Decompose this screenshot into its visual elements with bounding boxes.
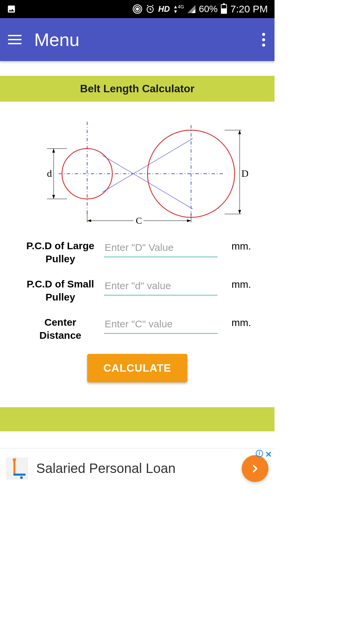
overflow-menu-icon[interactable] [261,30,266,49]
network-label: ▲4G▼ [173,4,184,14]
svg-line-8 [102,139,193,192]
chevron-right-icon [249,463,261,475]
alarm-icon [145,4,155,14]
ad-info-icon[interactable]: i [256,450,263,457]
section-title: Belt Length Calculator [0,76,275,102]
status-time: 7:20 PM [230,3,268,15]
signal-icon [187,5,195,13]
label-center-distance: Center Distance [23,316,97,342]
unit-large: mm. [224,239,251,252]
battery-percent: 60% [199,4,218,14]
diagram-label-d: d [47,168,52,179]
input-form: P.C.D of Large Pulley mm. P.C.D of Small… [0,232,275,407]
battery-icon [221,4,227,14]
bottom-banner [0,407,275,431]
status-right: HD ▲4G▼ 60% 7:20 PM [133,3,268,15]
svg-marker-19 [238,130,241,134]
label-small-pulley: P.C.D of Small Pulley [23,277,97,304]
diagram-label-C: C [136,215,142,226]
ad-controls: i ✕ [256,450,272,459]
input-large-pulley[interactable] [104,239,218,257]
ad-text: Salaried Personal Loan [36,461,242,476]
input-center-distance[interactable] [104,316,218,334]
app-title: Menu [34,29,261,50]
unit-small: mm. [224,277,251,290]
ad-banner[interactable]: i ✕ Salaried Personal Loan [0,448,275,488]
unit-center: mm. [224,316,251,328]
field-row-small: P.C.D of Small Pulley mm. [23,277,251,304]
diagram-label-D: D [241,168,248,179]
status-bar: HD ▲4G▼ 60% 7:20 PM [0,0,275,18]
ad-close-icon[interactable]: ✕ [265,450,272,459]
hamburger-icon[interactable] [8,35,21,44]
hotspot-icon [133,4,142,14]
svg-point-0 [136,8,139,10]
hd-indicator: HD [158,4,170,14]
field-row-large: P.C.D of Large Pulley mm. [23,239,251,265]
svg-marker-25 [187,219,191,222]
status-left [7,4,16,14]
input-small-pulley[interactable] [104,277,218,296]
app-bar: Menu [0,18,275,61]
svg-marker-15 [52,195,55,199]
svg-marker-14 [52,149,55,153]
label-large-pulley: P.C.D of Large Pulley [23,239,97,265]
calculate-button[interactable]: CALCULATE [87,354,187,382]
pulley-diagram: d D C [0,102,275,232]
svg-marker-20 [238,210,241,214]
content-area: Belt Length Calculator d [0,76,275,431]
field-row-center: Center Distance mm. [23,316,251,342]
image-icon [7,4,16,14]
svg-line-7 [102,155,193,209]
ad-logo [6,458,28,480]
svg-marker-24 [87,219,91,222]
